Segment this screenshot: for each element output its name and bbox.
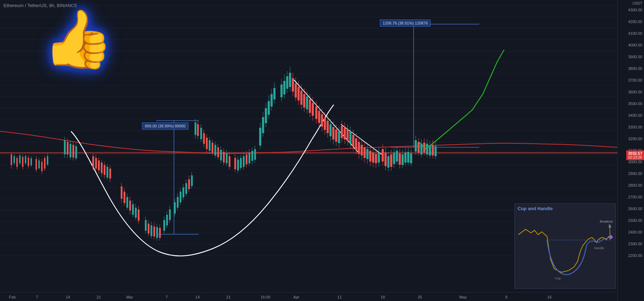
time-label: 16 — [547, 295, 552, 299]
time-label: Mar — [126, 295, 133, 299]
svg-point-295 — [609, 235, 613, 239]
price-label: 3200.00 — [628, 137, 642, 141]
price-label: 3900.00 — [628, 55, 642, 59]
svg-text:Handle: Handle — [594, 246, 604, 250]
time-label: 7 — [165, 295, 168, 299]
time-label: 9 — [505, 295, 507, 299]
svg-line-202 — [294, 80, 359, 153]
svg-rect-24 — [0, 152, 617, 154]
current-price-time: 02:23:28 — [628, 155, 642, 159]
time-axis: Feb71421Mar7142116:00Apr111825May916 — [0, 292, 617, 301]
price-label: 3800.00 — [628, 66, 642, 71]
price-unit: USDT — [633, 1, 642, 5]
price-label: 2300.00 — [628, 242, 642, 246]
time-label: 21 — [226, 295, 230, 299]
measure-label-1: 899.00 (38.99%) 89900 — [142, 122, 189, 130]
time-label: Feb — [9, 295, 16, 299]
svg-text:Cup: Cup — [555, 277, 561, 280]
time-label: 21 — [97, 295, 101, 299]
time-label: Apr — [293, 295, 299, 299]
price-label: 2400.00 — [628, 230, 642, 234]
price-label: 3000.00 — [628, 160, 642, 164]
time-label: 11 — [337, 295, 342, 299]
price-label: 2200.00 — [628, 253, 642, 258]
thumbs-up-icon: 👍 — [43, 11, 114, 67]
price-label: 3500.00 — [628, 102, 642, 106]
current-price-badge: 3032.57 02:23:28 — [626, 150, 644, 160]
price-label: 2700.00 — [628, 195, 642, 199]
time-label: 14 — [66, 295, 70, 299]
svg-text:Breakout: Breakout — [600, 220, 613, 223]
price-label: 4000.00 — [628, 43, 642, 47]
measure-text-2: 1208.76 (38.91%) 120876 — [383, 21, 428, 25]
measure-text-1: 899.00 (38.99%) 89900 — [145, 124, 186, 128]
cup-handle-title: Cup and Handle — [515, 204, 615, 213]
time-label: 25 — [417, 295, 422, 299]
measure-label-2: 1208.76 (38.91%) 120876 — [380, 20, 431, 27]
price-label: 3600.00 — [628, 90, 642, 94]
price-label: 4300.00 — [628, 8, 642, 12]
time-label: 14 — [195, 295, 200, 299]
price-label: 4200.00 — [628, 20, 642, 24]
price-label: 2800.00 — [628, 183, 642, 187]
time-label: 16:00 — [261, 295, 271, 299]
time-label: May — [459, 295, 467, 299]
time-label: 7 — [36, 295, 38, 299]
price-label: 4100.00 — [628, 31, 642, 35]
price-label: 2600.00 — [628, 207, 642, 211]
price-label: 3700.00 — [628, 78, 642, 82]
price-label: 2500.00 — [628, 218, 642, 223]
price-label: 3400.00 — [628, 113, 642, 117]
cup-handle-diagram: Cup and Handle Cup Handle Breakout — [514, 203, 616, 289]
current-price-value: 3032.57 — [628, 151, 642, 155]
time-label: 18 — [381, 295, 385, 299]
cup-handle-svg: Cup Handle Breakout — [515, 213, 615, 284]
price-label: 3300.00 — [628, 125, 642, 129]
price-label: 2900.00 — [628, 171, 642, 176]
